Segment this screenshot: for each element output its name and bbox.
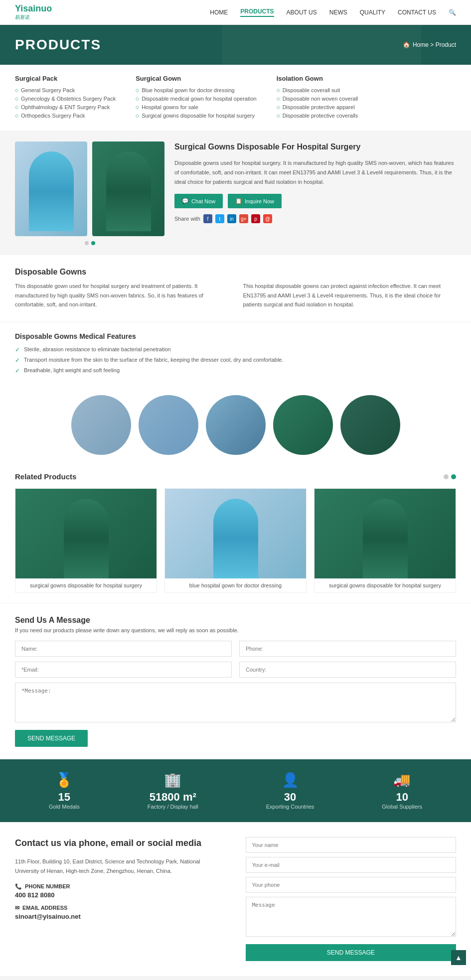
form-row-2 [15,662,456,678]
disposable-text: This disposable gown used for hospital s… [15,281,456,309]
share-email[interactable]: @ [263,214,272,223]
footer-name-input[interactable] [246,837,457,853]
feature-item-2: ✓ Transport moisture from the skin to th… [15,357,456,364]
stat-num-suppliers: 10 [382,791,422,804]
footer-phone-value: 400 812 8080 [15,891,226,899]
email-icon: ✉ [15,905,19,911]
phone-input[interactable] [239,641,456,657]
list-item[interactable]: Disposable coverall suit [277,87,358,93]
back-to-top-button[interactable]: ▲ [451,950,466,965]
nav-about[interactable]: ABOUT US [287,9,317,16]
thumb-3[interactable] [206,395,266,455]
related-card-1[interactable]: surgical gowns disposable for hospital s… [15,488,157,593]
list-item[interactable]: General Surgery Pack [15,87,116,93]
stat-factory: 🏢 51800 m² Factory / Display hall [148,772,198,810]
thumbnails-row [0,388,471,462]
product-description: Disposable gowns used for hospital surge… [174,158,456,186]
list-item[interactable]: Disposable non woven coverall [277,96,358,102]
share-facebook[interactable]: f [203,214,212,223]
nav-contact[interactable]: CONTACT US [398,9,436,16]
nav-products[interactable]: PRODUCTS [240,8,274,17]
list-item[interactable]: Surgical gowns disposable for hospital s… [136,113,257,119]
related-section: Related Products surgical gowns disposab… [0,462,471,603]
country-input[interactable] [239,662,456,678]
feature-item-1: ✓ Sterile, abrasion resistance to elimin… [15,346,456,353]
footer-email-item: ✉ EMAIL ADDRESS sinoart@yisainuo.net [15,905,226,920]
list-item[interactable]: Disposable protective apparel [277,104,358,110]
search-icon[interactable]: 🔍 [449,9,456,16]
share-pinterest[interactable]: p [251,214,260,223]
chat-icon: 💬 [182,198,189,204]
list-item[interactable]: Orthopedics Surgery Pack [15,113,116,119]
thumb-1[interactable] [71,395,131,455]
breadcrumb: 🏠 Home > Product [403,41,456,48]
stat-suppliers: 🚚 10 Global Suppliers [382,772,422,810]
disposable-text-right: This hospital disposable gowns can prote… [243,281,457,309]
stat-num-countries: 30 [266,791,314,804]
product-showcase: Surgical Gowns Disposable For Hospital S… [0,132,471,255]
medal-icon: 🏅 [49,772,80,788]
category-nav: Surgical Pack General Surgery Pack Gynec… [0,65,471,132]
list-item[interactable]: Disposable protective coveralls [277,113,358,119]
share-row: Share with f t in g+ p @ [174,214,456,223]
contact-form-title: Send Us A Message [15,616,456,625]
footer-info: Contact us via phone, email or social me… [15,837,226,961]
share-twitter[interactable]: t [215,214,224,223]
chat-now-button[interactable]: 💬 Chat Now [174,194,223,208]
footer-email-input[interactable] [246,857,457,873]
share-googleplus[interactable]: g+ [239,214,248,223]
related-card-label-1: surgical gowns disposable for hospital s… [15,578,157,592]
stat-num-factory: 51800 m² [148,791,198,804]
related-dot-1[interactable] [444,474,449,479]
product-image-2 [92,141,164,236]
stat-label-countries: Exporting Countries [266,804,314,810]
stat-gold-medals: 🏅 15 Gold Medals [49,772,80,810]
related-title: Related Products [15,472,76,481]
suppliers-icon: 🚚 [382,772,422,788]
disposable-text-left: This disposable gown used for hospital s… [15,281,228,309]
stat-countries: 👤 30 Exporting Countries [266,772,314,810]
list-item[interactable]: Hospital gowns for sale [136,104,257,110]
thumb-4[interactable] [273,395,333,455]
page-title: PRODUCTS [15,37,101,53]
dot-1[interactable] [85,241,89,245]
related-card-3[interactable]: surgical gowns disposable for hospital s… [314,488,456,593]
thumb-2[interactable] [139,395,198,455]
share-linkedin[interactable]: in [227,214,236,223]
send-message-button[interactable]: SEND MESSAGE [15,730,88,747]
footer-phone-input[interactable] [246,877,457,893]
header: Yisainuo 易赛诺 HOME PRODUCTS ABOUT US NEWS… [0,0,471,25]
stat-label-factory: Factory / Display hall [148,804,198,810]
inquire-now-button[interactable]: 📋 Inquire Now [228,194,282,208]
nav-quality[interactable]: QUALITY [360,9,385,16]
countries-icon: 👤 [266,772,314,788]
thumb-5[interactable] [340,395,400,455]
related-card-2[interactable]: blue hospital gown for doctor dressing [164,488,307,593]
nav-home[interactable]: HOME [210,9,228,16]
related-header: Related Products [15,472,456,481]
footer-contact: Contact us via phone, email or social me… [0,822,471,976]
product-title: Surgical Gowns Disposable For Hospital S… [174,141,456,152]
nav-news[interactable]: NEWS [329,9,347,16]
list-item[interactable]: Disposable medical gown for hospital ope… [136,96,257,102]
message-textarea[interactable] [15,683,456,722]
footer-message-textarea[interactable] [246,897,457,937]
home-icon: 🏠 [403,41,410,48]
list-item[interactable]: Blue hospital gown for doctor dressing [136,87,257,93]
name-input[interactable] [15,641,232,657]
list-item[interactable]: Ophthalmology & ENT Surgery Pack [15,104,116,110]
factory-icon: 🏢 [148,772,198,788]
footer-send-button[interactable]: SEND MESSAGE [246,944,457,961]
footer-phone-label: 📞 PHONE NUMBER [15,883,226,890]
product-actions: 💬 Chat Now 📋 Inquire Now [174,194,456,208]
feature-item-3: ✓ Breathable, light weight and soft feel… [15,367,456,374]
list-item[interactable]: Gynecology & Obstetrics Surgery Pack [15,96,116,102]
check-icon-2: ✓ [15,357,20,364]
dot-2[interactable] [91,241,95,245]
logo-main: Yisainuo [15,3,52,14]
logo-sub: 易赛诺 [15,14,30,21]
email-input[interactable] [15,662,232,678]
footer-email-value: sinoart@yisainuo.net [15,913,226,920]
stats-bar: 🏅 15 Gold Medals 🏢 51800 m² Factory / Di… [0,759,471,822]
related-dot-2[interactable] [451,474,456,479]
